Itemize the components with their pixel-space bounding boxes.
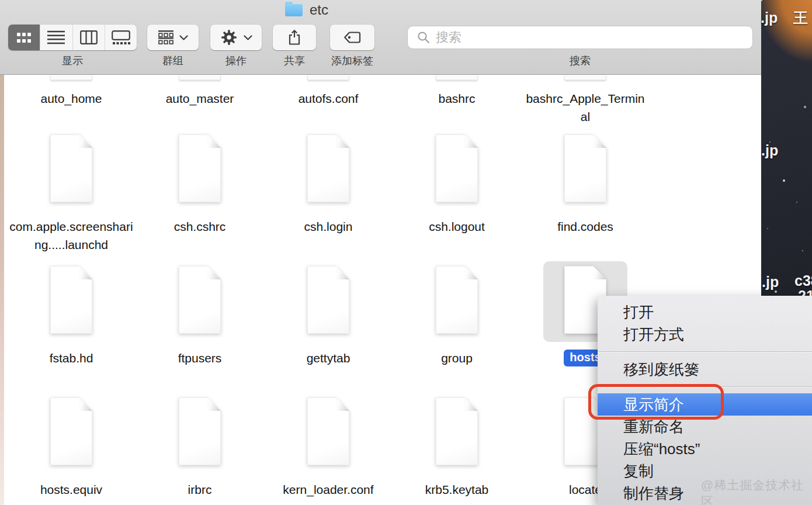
file-name: locate	[569, 480, 602, 499]
window-title-area: etc	[285, 2, 328, 18]
search-field[interactable]	[407, 26, 753, 49]
file-item[interactable]: ftpusers	[136, 266, 264, 367]
file-name: bashrc	[438, 89, 475, 108]
icon-view-button[interactable]	[8, 25, 40, 50]
file-name: fstab.hd	[50, 349, 93, 367]
file-item[interactable]: csh.login	[264, 134, 393, 254]
gear-icon	[220, 29, 238, 46]
grid-view-icon	[17, 33, 31, 43]
file-item[interactable]: bashrc_Apple_Terminal	[521, 75, 650, 126]
list-view-icon	[47, 30, 65, 44]
document-icon	[179, 397, 221, 465]
document-icon	[436, 75, 478, 80]
file-name: hosts.equiv	[40, 480, 102, 499]
desktop-file-label[interactable]: .jp	[762, 274, 779, 290]
file-name: bashrc_Apple_Terminal	[523, 89, 647, 126]
tag-icon	[343, 30, 362, 44]
search-label: 搜索	[407, 54, 753, 68]
file-item[interactable]: autofs.conf	[264, 75, 393, 126]
document-icon	[50, 75, 92, 80]
document-icon	[307, 266, 349, 334]
file-item[interactable]: bashrc	[393, 75, 521, 126]
file-item[interactable]: com.apple.screensharing.....launchd	[7, 134, 136, 254]
file-item[interactable]: csh.logout	[393, 134, 521, 254]
view-label: 显示	[8, 54, 137, 68]
left-wallpaper-sliver	[0, 75, 4, 505]
file-name: irbrc	[188, 480, 212, 499]
document-icon	[50, 266, 92, 334]
document-icon	[436, 266, 478, 334]
folder-icon[interactable]	[285, 4, 303, 16]
document-icon	[307, 134, 349, 202]
file-name: krb5.keytab	[425, 480, 489, 499]
share-button[interactable]	[273, 25, 316, 50]
gallery-view-icon	[112, 30, 130, 44]
file-item[interactable]: gettytab	[264, 266, 393, 367]
screen: .jp 王 .jp .jp c38 21 etc	[0, 0, 812, 505]
file-item[interactable]: irbrc	[136, 397, 264, 499]
file-name: autofs.conf	[299, 89, 359, 108]
finder-toolbar: etc	[0, 0, 761, 75]
file-name: com.apple.screensharing.....launchd	[9, 217, 133, 254]
group-button[interactable]	[147, 25, 199, 50]
file-name: auto_home	[40, 89, 102, 108]
file-item[interactable]: auto_master	[136, 75, 264, 126]
list-view-button[interactable]	[40, 25, 72, 50]
file-item[interactable]: krb5.keytab	[393, 397, 521, 499]
document-icon	[564, 134, 606, 202]
file-name: kern_loader.conf	[283, 480, 373, 499]
file-item[interactable]: hosts.equiv	[7, 397, 136, 499]
document-icon	[179, 266, 221, 334]
file-name: csh.cshrc	[174, 217, 226, 236]
document-icon	[307, 397, 349, 465]
document-icon	[564, 75, 606, 80]
menu-item-open-with[interactable]: 打开方式	[598, 323, 812, 345]
file-name: group	[441, 349, 473, 367]
document-icon	[50, 397, 92, 465]
desktop-file-label[interactable]: 王	[793, 8, 808, 27]
column-view-icon	[80, 30, 98, 44]
window-title: etc	[310, 2, 328, 18]
add-tags-label: 添加标签	[315, 54, 389, 68]
menu-item-open[interactable]: 打开	[598, 301, 812, 323]
file-item[interactable]: auto_home	[7, 75, 136, 126]
group-label: 群组	[147, 54, 199, 68]
file-item[interactable]: kern_loader.conf	[264, 397, 393, 499]
file-item[interactable]: fstab.hd	[7, 266, 136, 367]
search-input[interactable]	[436, 30, 752, 45]
menu-item-compress[interactable]: 压缩“hosts”	[598, 438, 812, 460]
group-icon	[158, 30, 173, 44]
document-icon	[307, 75, 349, 80]
chevron-down-icon	[179, 35, 188, 40]
file-name: find.codes	[557, 217, 613, 236]
share-label: 共享	[273, 54, 316, 68]
file-name: auto_master	[166, 89, 234, 108]
search-icon	[417, 31, 430, 44]
menu-item-move-to-trash[interactable]: 移到废纸篓	[598, 358, 812, 381]
file-name: ftpusers	[178, 349, 222, 367]
file-name: csh.login	[304, 217, 353, 236]
desktop-file-label[interactable]: .jp	[761, 142, 778, 159]
action-button[interactable]	[210, 25, 262, 50]
file-item[interactable]: csh.cshrc	[136, 134, 264, 254]
desktop-file-label[interactable]: .jp	[761, 9, 778, 26]
file-name: gettytab	[307, 349, 351, 367]
red-annotation-box	[588, 384, 724, 420]
document-icon	[50, 134, 92, 202]
document-icon	[436, 134, 478, 202]
gallery-view-button[interactable]	[105, 25, 137, 50]
file-name: csh.logout	[429, 217, 485, 236]
desktop-file-label[interactable]: c38	[794, 272, 812, 289]
document-icon	[179, 75, 221, 80]
action-label: 操作	[210, 54, 262, 68]
menu-separator	[598, 351, 812, 352]
document-icon	[179, 134, 221, 202]
document-icon	[436, 397, 478, 465]
chevron-down-icon	[244, 35, 252, 40]
share-icon	[287, 29, 302, 46]
file-item[interactable]: find.codes	[521, 134, 650, 254]
file-item[interactable]: group	[393, 266, 521, 367]
view-segmented-control	[8, 25, 137, 50]
column-view-button[interactable]	[72, 25, 105, 50]
add-tags-button[interactable]	[330, 25, 374, 50]
